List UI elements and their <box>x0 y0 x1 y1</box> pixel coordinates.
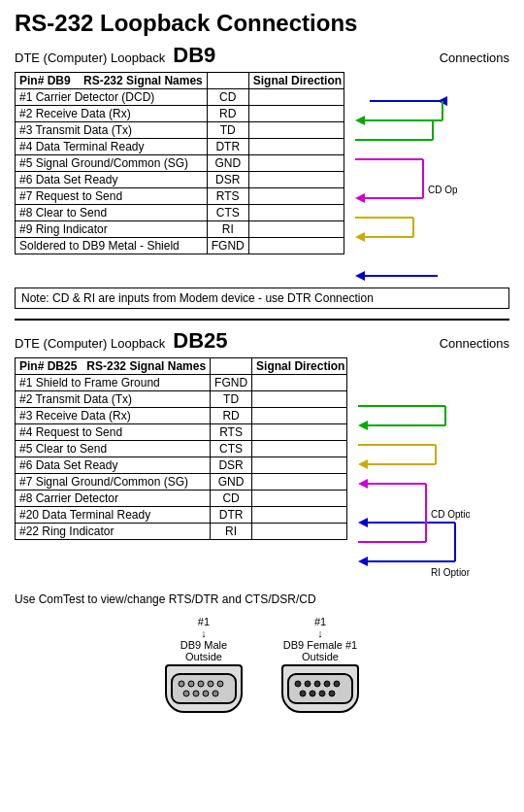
svg-marker-22 <box>358 421 368 430</box>
db25-pin-abbr: CTS <box>211 441 252 457</box>
db9-pin-name: #8 Clear to Send <box>16 205 208 221</box>
db9-header-pin: Pin# DB9 RS-232 Signal Names <box>16 73 208 89</box>
svg-point-56 <box>300 691 306 696</box>
db9-pin-dir <box>248 221 344 238</box>
db25-header-dir: Signal Direction <box>252 358 347 375</box>
db25-pin-dir <box>252 524 347 540</box>
db25-table-wrapper: Pin# DB25 RS-232 Signal Names Signal Dir… <box>15 357 509 591</box>
db9-pin-abbr: CTS <box>207 205 248 221</box>
svg-point-57 <box>310 691 315 696</box>
db25-pin-name: #3 Receive Data (Rx) <box>16 408 211 424</box>
svg-point-52 <box>305 681 311 687</box>
db25-pin-abbr: RD <box>211 408 252 424</box>
svg-point-53 <box>314 681 320 687</box>
db25-pin-name: #7 Signal Ground/Common (SG) <box>16 474 211 491</box>
svg-text:RI Option: RI Option <box>431 567 470 578</box>
db25-table-row: #20 Data Terminal ReadyDTR <box>16 507 347 524</box>
db25-header-abbr <box>211 358 252 375</box>
db9-female-label: #1↓DB9 Female #1Outside <box>283 616 357 662</box>
db9-pin-name: #3 Transmit Data (Tx) <box>16 122 208 139</box>
db9-table-row: Soldered to DB9 Metal - ShieldFGND <box>16 238 344 254</box>
db25-pin-abbr: RTS <box>211 424 252 441</box>
db25-arrows-svg: CD Option RI Option <box>353 377 470 591</box>
db9-header-dir: Signal Direction <box>248 73 344 89</box>
db25-pin-abbr: GND <box>211 474 252 491</box>
db25-header-pin: Pin# DB25 RS-232 Signal Names <box>16 358 211 375</box>
db9-pin-abbr: RTS <box>207 188 248 205</box>
db25-pin-abbr: TD <box>211 391 252 408</box>
db9-pin-abbr: FGND <box>207 238 248 254</box>
db9-pin-abbr: GND <box>207 155 248 172</box>
db9-pin-dir <box>248 205 344 221</box>
db25-pin-abbr: FGND <box>211 375 252 391</box>
db9-pin-name: Soldered to DB9 Metal - Shield <box>16 238 208 254</box>
db25-table-row: #6 Data Set ReadyDSR <box>16 457 347 474</box>
db25-table-row: #2 Transmit Data (Tx)TD <box>16 391 347 408</box>
svg-point-49 <box>213 691 218 696</box>
db9-male-label: #1↓DB9 MaleOutside <box>180 616 227 662</box>
db9-note: Note: CD & RI are inputs from Modem devi… <box>15 288 509 309</box>
db9-table: Pin# DB9 RS-232 Signal Names Signal Dire… <box>15 72 344 254</box>
svg-text:CD Option: CD Option <box>431 509 470 520</box>
db25-pin-name: #6 Data Set Ready <box>16 457 211 474</box>
db25-pin-name: #5 Clear to Send <box>16 441 211 457</box>
db9-table-row: #8 Clear to SendCTS <box>16 205 344 221</box>
svg-marker-31 <box>358 518 368 527</box>
db9-pin-dir <box>248 139 344 155</box>
db9-pin-name: #5 Signal Ground/Common (SG) <box>16 155 208 172</box>
db9-table-row: #4 Data Terminal ReadyDTR <box>16 139 344 155</box>
db25-table-row: #7 Signal Ground/Common (SG)GND <box>16 474 347 491</box>
db9-signal-diagram: CD Option RI Option <box>350 91 457 286</box>
db25-dte-label: DTE (Computer) Loopback <box>15 336 165 351</box>
db9-pin-abbr: DTR <box>207 139 248 155</box>
db25-pin-dir <box>252 408 347 424</box>
svg-marker-15 <box>355 232 365 242</box>
svg-point-43 <box>198 681 204 687</box>
svg-point-44 <box>208 681 213 687</box>
db9-pin-name: #6 Data Set Ready <box>16 172 208 188</box>
db9-pin-dir <box>248 122 344 139</box>
db25-connections-label: Connections <box>440 336 509 351</box>
svg-marker-26 <box>358 459 368 469</box>
db9-connector-label: DB9 <box>173 43 215 68</box>
db25-pin-dir <box>252 457 347 474</box>
db9-pin-name: #4 Data Terminal Ready <box>16 139 208 155</box>
db9-pin-abbr: CD <box>207 89 248 106</box>
db25-table-row: #22 Ring IndicatorRI <box>16 524 347 540</box>
db9-pin-dir <box>248 188 344 205</box>
db9-table-row: #6 Data Set ReadyDSR <box>16 172 344 188</box>
db9-female-connector: #1↓DB9 Female #1Outside <box>281 616 359 713</box>
svg-rect-50 <box>288 674 352 703</box>
svg-point-45 <box>217 681 223 687</box>
db25-pin-abbr: RI <box>211 524 252 540</box>
db9-table-row: #5 Signal Ground/Common (SG)GND <box>16 155 344 172</box>
db25-signal-diagram: CD Option RI Option <box>353 377 470 591</box>
svg-point-58 <box>319 691 325 696</box>
db9-pin-abbr: TD <box>207 122 248 139</box>
db9-table-row: #3 Transmit Data (Tx)TD <box>16 122 344 139</box>
svg-point-54 <box>324 681 330 687</box>
db25-pin-dir <box>252 474 347 491</box>
db9-pin-dir <box>248 89 344 106</box>
db25-section: DTE (Computer) Loopback DB25 Connections… <box>15 328 509 606</box>
svg-point-42 <box>188 681 194 687</box>
db25-pin-dir <box>252 441 347 457</box>
db25-pin-abbr: DTR <box>211 507 252 524</box>
svg-point-59 <box>329 691 335 696</box>
db25-table-row: #3 Receive Data (Rx)RD <box>16 408 347 424</box>
db25-pin-name: #1 Shield to Frame Ground <box>16 375 211 391</box>
db9-header-abbr <box>207 73 248 89</box>
db25-pin-dir <box>252 507 347 524</box>
db9-dte-label: DTE (Computer) Loopback <box>15 51 165 65</box>
db25-pin-name: #22 Ring Indicator <box>16 524 211 540</box>
svg-point-55 <box>334 681 340 687</box>
db9-connections-label: Connections <box>440 51 509 65</box>
svg-marker-28 <box>358 479 368 489</box>
db25-table-row: #5 Clear to SendCTS <box>16 441 347 457</box>
db9-table-row: #9 Ring IndicatorRI <box>16 221 344 238</box>
db9-pin-name: #7 Request to Send <box>16 188 208 205</box>
svg-point-46 <box>183 691 189 696</box>
db9-table-row: #2 Receive Data (Rx)RD <box>16 106 344 122</box>
svg-point-51 <box>295 681 301 687</box>
db25-pin-dir <box>252 375 347 391</box>
